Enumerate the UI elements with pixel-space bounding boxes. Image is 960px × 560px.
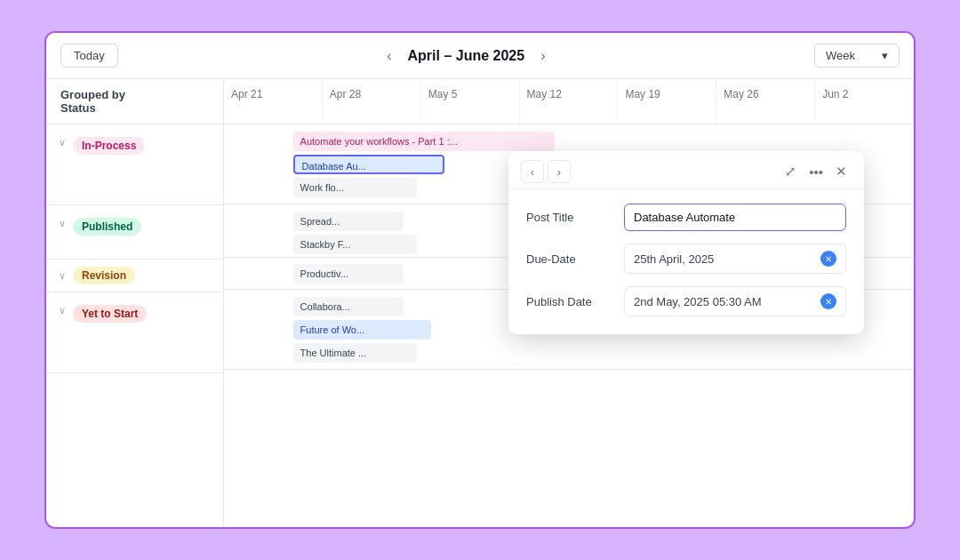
today-button[interactable]: Today [60,44,118,68]
date-col-5: May 26 [716,79,815,124]
status-row-in-process[interactable]: ∨ In-Process [46,124,223,204]
chevron-in-process: ∨ [59,137,66,148]
week-selector[interactable]: Week ▾ [814,44,900,68]
date-col-4: May 19 [618,79,716,124]
post-title-label: Post Title [526,211,624,224]
grid-row-empty [224,370,914,405]
sidebar-header: Grouped byStatus [46,79,224,124]
view-arrow-icon: ▾ [882,49,888,62]
bar-collabora[interactable]: Collabora... [293,297,404,316]
group-yet-to-start: ∨ Yet to Start [46,292,223,373]
bar-workflow[interactable]: Work flo... [293,178,418,197]
group-revision: ∨ Revision [46,260,223,292]
bar-future[interactable]: Future of Wo... [293,320,431,340]
bar-automate[interactable]: Automate your workflows - Part 1 :... [293,132,556,151]
chevron-yet-to-start: ∨ [59,305,66,316]
bar-ultimate[interactable]: The Ultimate ... [293,343,418,363]
body: ∨ In-Process ∨ Published ∨ Revision [46,124,914,527]
more-button[interactable]: ••• [804,162,828,182]
popup-prev-button[interactable]: ‹ [521,160,544,183]
date-col-0: Apr 21 [224,79,323,124]
bar-stackby[interactable]: Stackby F... [293,235,418,254]
status-row-revision[interactable]: ∨ Revision [46,260,223,292]
date-range: April – June 2025 [408,48,525,64]
close-button[interactable]: ✕ [831,161,852,182]
next-arrow[interactable]: › [535,46,550,66]
prev-arrow[interactable]: ‹ [381,46,396,66]
popup-next-button[interactable]: › [548,160,571,183]
status-row-published[interactable]: ∨ Published [46,205,223,259]
expand-button[interactable]: ⤢ [780,161,801,182]
publish-date-label: Publish Date [526,295,624,308]
nav-center: ‹ April – June 2025 › [118,46,814,66]
group-published: ∨ Published [46,205,223,260]
date-columns: Apr 21 Apr 28 May 5 May 12 May 19 May 26… [224,79,914,124]
status-row-yet-to-start[interactable]: ∨ Yet to Start [46,292,223,372]
header: Today ‹ April – June 2025 › Week ▾ [46,33,914,79]
chevron-published: ∨ [59,218,66,229]
bar-database[interactable]: Database Au... [293,155,445,174]
badge-in-process: In-Process [73,137,145,155]
clear-due-date-button[interactable]: ✕ [820,251,836,267]
popup: ‹ › ⤢ ••• ✕ Post Title Due-Date [508,151,864,334]
field-post-title: Post Title [526,204,846,231]
sidebar: ∨ In-Process ∨ Published ∨ Revision [46,124,224,527]
date-col-2: May 5 [421,79,520,124]
publish-date-value[interactable]: 2nd May, 2025 05:30 AM ✕ [624,286,846,316]
column-headers: Grouped byStatus Apr 21 Apr 28 May 5 May… [46,79,914,124]
field-publish-date: Publish Date 2nd May, 2025 05:30 AM ✕ [526,286,846,316]
post-title-input[interactable] [624,204,846,231]
date-col-1: Apr 28 [323,79,421,124]
app-container: Today ‹ April – June 2025 › Week ▾ Group… [44,31,916,529]
clear-publish-date-button[interactable]: ✕ [820,293,836,309]
chevron-revision: ∨ [59,270,66,282]
badge-published: Published [73,218,141,236]
badge-revision: Revision [73,267,135,284]
due-date-label: Due-Date [526,252,624,266]
bar-productiv[interactable]: Productiv... [293,264,404,284]
bar-spread[interactable]: Spread... [293,212,404,231]
badge-yet-to-start: Yet to Start [73,305,147,323]
popup-body: Post Title Due-Date 25th April, 2025 ✕ P… [508,189,864,334]
group-in-process: ∨ In-Process [46,124,223,205]
week-label: Week [826,49,855,62]
due-date-value[interactable]: 25th April, 2025 ✕ [624,244,846,274]
popup-actions: ⤢ ••• ✕ [780,161,852,182]
popup-header: ‹ › ⤢ ••• ✕ [508,151,864,189]
field-due-date: Due-Date 25th April, 2025 ✕ [526,244,846,274]
date-col-6: Jun 2 [815,79,914,124]
date-col-3: May 12 [520,79,619,124]
popup-nav: ‹ › [521,160,571,183]
grid-area: Automate your workflows - Part 1 :... Da… [224,124,914,527]
